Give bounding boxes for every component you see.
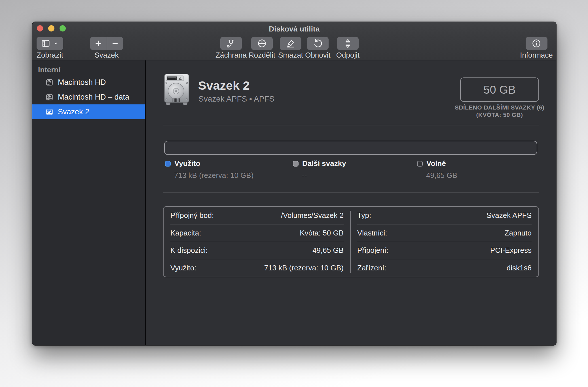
size-captions: SDÍLENO DALŠÍMI SVAZKY (6) (KVÓTA: 50 GB… bbox=[443, 104, 556, 119]
legend-used: Využito bbox=[165, 159, 200, 168]
sidebar-item-svazek-2[interactable]: Svazek 2 bbox=[32, 104, 145, 119]
table-row: Využito: 713 kB (rezerva: 10 GB) bbox=[170, 259, 344, 277]
add-icon bbox=[94, 39, 103, 48]
sidebar-section-internal: Interní bbox=[38, 66, 60, 74]
remove-volume-button[interactable] bbox=[107, 37, 123, 50]
volume-size-box: 50 GB bbox=[460, 77, 539, 102]
disk-icon bbox=[46, 79, 53, 86]
toolbar-group-volume: Svazek bbox=[87, 37, 126, 58]
detail-value: PCI-Express bbox=[490, 246, 532, 255]
volume-title: Svazek 2 bbox=[198, 79, 250, 92]
erase-icon bbox=[285, 38, 296, 49]
toolbar-group-info: Informace bbox=[517, 37, 556, 58]
titlebar: Disková utilita Zobrazit bbox=[32, 22, 556, 60]
quota-caption: (KVÓTA: 50 GB) bbox=[443, 111, 556, 119]
shared-volumes-caption: SDÍLENO DALŠÍMI SVAZKY (6) bbox=[443, 104, 556, 111]
unmount-label: Odpojit bbox=[336, 52, 359, 58]
detail-label: Kapacita: bbox=[170, 229, 201, 237]
detail-value: /Volumes/Svazek 2 bbox=[281, 211, 344, 220]
sidebar-item-label: Svazek 2 bbox=[58, 108, 89, 116]
unmount-icon bbox=[343, 38, 353, 49]
volume-label: Svazek bbox=[94, 52, 119, 58]
used-swatch bbox=[165, 161, 171, 167]
table-row: Vlastníci: Zapnuto bbox=[357, 224, 532, 242]
partition-icon bbox=[257, 38, 267, 49]
table-row: Přípojný bod: /Volumes/Svazek 2 bbox=[170, 207, 344, 224]
chevron-down-icon bbox=[53, 40, 59, 47]
legend-other-label: Další svazky bbox=[302, 159, 346, 168]
volume-buttons bbox=[90, 37, 123, 50]
info-icon bbox=[531, 38, 542, 49]
sidebar-panel-icon bbox=[41, 39, 50, 48]
detail-label: Přípojný bod: bbox=[170, 211, 214, 220]
info-button[interactable] bbox=[526, 37, 547, 50]
detail-label: Zařízení: bbox=[357, 264, 386, 272]
unmount-button[interactable] bbox=[337, 37, 359, 50]
sidebar: Interní Macintosh HD bbox=[32, 60, 145, 345]
details-table: Přípojný bod: /Volumes/Svazek 2 Kapacita… bbox=[163, 206, 539, 277]
detail-label: Vlastníci: bbox=[357, 229, 387, 237]
volume-size: 50 GB bbox=[483, 83, 515, 96]
sidebar-item-label: Macintosh HD bbox=[58, 78, 106, 87]
sidebar-item-label: Macintosh HD – data bbox=[58, 93, 129, 102]
table-row: Připojení: PCI-Express bbox=[357, 242, 532, 259]
detail-label: Typ: bbox=[357, 211, 371, 220]
detail-label: K dispozici: bbox=[170, 246, 208, 255]
legend-used-value: 713 kB (rezerva: 10 GB) bbox=[174, 171, 253, 180]
free-swatch bbox=[417, 161, 423, 167]
legend-other-volumes: Další svazky bbox=[293, 159, 346, 168]
detail-value: 49,65 GB bbox=[312, 246, 344, 255]
partition-button[interactable] bbox=[251, 37, 273, 50]
disk-utility-window: Disková utilita Zobrazit bbox=[32, 22, 557, 346]
add-volume-button[interactable] bbox=[90, 37, 107, 50]
other-volumes-swatch bbox=[293, 161, 299, 167]
detail-value: Kvóta: 50 GB bbox=[300, 229, 344, 237]
table-column-divider bbox=[350, 211, 351, 273]
restore-label: Obnovit bbox=[305, 52, 331, 58]
volume-subtitle: Svazek APFS • APFS bbox=[198, 94, 274, 104]
stethoscope-icon bbox=[226, 38, 236, 49]
usage-bar bbox=[164, 141, 537, 155]
window-title: Disková utilita bbox=[32, 25, 556, 33]
toolbar-group-view: Zobrazit bbox=[32, 37, 70, 58]
details-left-column: Přípojný bod: /Volumes/Svazek 2 Kapacita… bbox=[164, 207, 350, 277]
sidebar-volume-list: Macintosh HD Macintosh HD – data bbox=[32, 75, 145, 119]
sidebar-item-macintosh-hd-data[interactable]: Macintosh HD – data bbox=[32, 90, 145, 104]
toolbar-group-unmount: Odpojit bbox=[328, 37, 368, 58]
table-row: Typ: Svazek APFS bbox=[357, 207, 532, 224]
disk-icon bbox=[46, 93, 53, 101]
detail-label: Využito: bbox=[170, 264, 196, 272]
legend-other-value: -- bbox=[302, 171, 307, 180]
remove-icon bbox=[111, 39, 119, 48]
header-divider bbox=[163, 125, 539, 125]
window-body: Interní Macintosh HD bbox=[32, 60, 556, 345]
table-row: K dispozici: 49,65 GB bbox=[170, 242, 344, 259]
detail-value: 713 kB (rezerva: 10 GB) bbox=[264, 264, 344, 272]
sidebar-item-macintosh-hd[interactable]: Macintosh HD bbox=[32, 75, 145, 90]
legend-free-label: Volné bbox=[426, 159, 446, 168]
legend-divider bbox=[163, 192, 539, 193]
hard-drive-icon bbox=[164, 73, 190, 107]
view-button[interactable] bbox=[37, 37, 63, 50]
first-aid-button[interactable] bbox=[220, 37, 242, 50]
disk-icon bbox=[46, 108, 53, 116]
legend-free: Volné bbox=[417, 159, 446, 168]
restore-icon bbox=[313, 38, 323, 49]
main-pane: Svazek 2 Svazek APFS • APFS 50 GB SDÍLEN… bbox=[146, 60, 556, 345]
info-label: Informace bbox=[520, 52, 553, 58]
detail-label: Připojení: bbox=[357, 246, 388, 255]
detail-value: disk1s6 bbox=[507, 264, 532, 272]
table-row: Kapacita: Kvóta: 50 GB bbox=[170, 224, 344, 242]
legend-free-value: 49,65 GB bbox=[426, 171, 457, 180]
detail-value: Svazek APFS bbox=[487, 211, 532, 220]
details-right-column: Typ: Svazek APFS Vlastníci: Zapnuto Přip… bbox=[350, 207, 538, 277]
legend-used-label: Využito bbox=[174, 159, 200, 168]
restore-button[interactable] bbox=[307, 37, 329, 50]
detail-value: Zapnuto bbox=[505, 229, 532, 237]
table-row: Zařízení: disk1s6 bbox=[357, 259, 532, 277]
view-label: Zobrazit bbox=[37, 52, 63, 58]
